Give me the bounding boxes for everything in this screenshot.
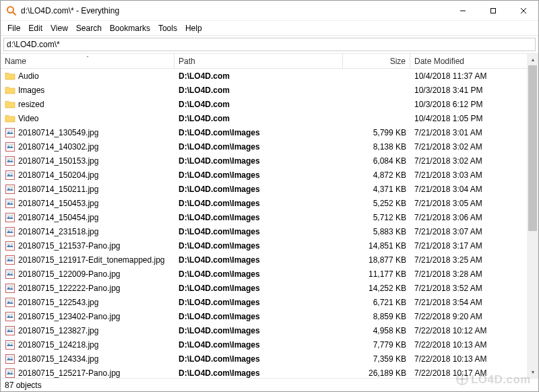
table-row[interactable]: 20180715_124218.jpgD:\LO4D.com\Images7,7… [1,337,527,352]
svg-point-41 [11,243,13,244]
file-name: 20180715_121917-Edit_tonemapped.jpg [18,255,165,265]
table-row[interactable]: 20180715_122009-Pano.jpgD:\LO4D.com\Imag… [1,267,527,281]
table-row[interactable]: 20180714_150453.jpgD:\LO4D.com\Images5,2… [1,196,527,210]
file-name: 20180714_150453.jpg [18,199,98,208]
svg-point-57 [11,300,13,301]
results-list: Name ˄ Path Size Date Modified AudioD:\L… [1,54,527,378]
menu-bookmarks[interactable]: Bookmarks [106,22,154,34]
table-row[interactable]: resizedD:\LO4D.com10/3/2018 6:12 PM [1,97,527,111]
table-row[interactable]: 20180715_125217-Pano.jpgD:\LO4D.com\Imag… [1,366,527,378]
list-body[interactable]: AudioD:\LO4D.com10/4/2018 11:37 AMImages… [1,69,527,378]
image-file-icon [5,226,15,237]
image-file-icon [5,339,15,350]
table-row[interactable]: AudioD:\LO4D.com10/4/2018 11:37 AM [1,69,527,83]
file-name: resized [18,100,44,109]
cell-name: 20180714_140302.jpg [1,141,175,152]
table-row[interactable]: 20180714_130549.jpgD:\LO4D.com\Images5,7… [1,125,527,139]
file-name: 20180715_122222-Pano.jpg [18,284,120,293]
table-row[interactable]: 20180714_150204.jpgD:\LO4D.com\Images4,8… [1,168,527,182]
cell-size: 8,138 KB [343,142,410,152]
image-file-icon [5,325,15,336]
titlebar[interactable]: d:\LO4D.com\* - Everything [1,1,538,21]
cell-size: 5,883 KB [343,227,410,236]
vertical-scrollbar[interactable]: ▴ ▾ [527,54,538,378]
table-row[interactable]: 20180714_231518.jpgD:\LO4D.com\Images5,8… [1,224,527,238]
column-header-name[interactable]: Name ˄ [1,54,175,68]
cell-path: D:\LO4D.com\Images [175,312,343,321]
cell-date: 7/22/2018 10:13 AM [410,340,511,350]
image-file-icon [5,184,15,195]
cell-path: D:\LO4D.com [175,86,343,95]
cell-date: 7/21/2018 3:06 AM [410,213,511,222]
status-bar: 87 objects [1,378,538,391]
column-header-path[interactable]: Path [175,54,343,68]
image-file-icon [5,269,15,280]
menu-view[interactable]: View [46,22,72,34]
image-file-icon [5,141,15,152]
table-row[interactable]: 20180715_121537-Pano.jpgD:\LO4D.com\Imag… [1,238,527,253]
table-row[interactable]: 20180715_121917-Edit_tonemapped.jpgD:\LO… [1,253,527,267]
svg-point-21 [11,172,13,174]
cell-size: 5,252 KB [343,199,410,208]
cell-name: 20180715_124218.jpg [1,339,175,350]
cell-size: 4,371 KB [343,185,410,194]
table-row[interactable]: VideoD:\LO4D.com10/4/2018 1:05 PM [1,111,527,125]
scrollbar-up-button[interactable]: ▴ [527,54,538,65]
file-name: 20180714_130549.jpg [18,128,98,137]
menu-search[interactable]: Search [72,22,106,34]
table-row[interactable]: 20180714_150211.jpgD:\LO4D.com\Images4,3… [1,182,527,196]
table-row[interactable]: 20180715_122543.jpgD:\LO4D.com\Images6,7… [1,295,527,309]
table-row[interactable]: 20180714_150153.jpgD:\LO4D.com\Images6,0… [1,154,527,168]
cell-size: 4,958 KB [343,326,410,335]
cell-path: D:\LO4D.com [175,100,343,109]
cell-size: 5,712 KB [343,213,410,222]
cell-date: 7/21/2018 3:52 AM [410,284,511,293]
menu-tools[interactable]: Tools [154,22,181,34]
table-row[interactable]: 20180714_150454.jpgD:\LO4D.com\Images5,7… [1,210,527,224]
table-row[interactable]: ImagesD:\LO4D.com10/3/2018 3:41 PM [1,83,527,97]
column-header-size[interactable]: Size [343,54,410,68]
svg-rect-3 [490,8,495,13]
folder-icon [5,85,15,96]
file-name: 20180715_122543.jpg [18,298,98,307]
search-input[interactable] [3,38,536,51]
file-name: 20180715_123827.jpg [18,326,98,335]
cell-date: 7/21/2018 3:05 AM [410,199,511,208]
cell-path: D:\LO4D.com\Images [175,185,343,194]
cell-path: D:\LO4D.com\Images [175,170,343,180]
cell-path: D:\LO4D.com\Images [175,284,343,293]
svg-point-73 [11,356,13,358]
svg-point-65 [11,328,13,329]
cell-date: 7/21/2018 3:28 AM [410,269,511,279]
column-headers: Name ˄ Path Size Date Modified [1,54,527,69]
table-row[interactable]: 20180715_122222-Pano.jpgD:\LO4D.com\Imag… [1,281,527,295]
file-name: 20180714_150454.jpg [18,213,98,222]
close-button[interactable] [508,1,538,20]
table-row[interactable]: 20180714_140302.jpgD:\LO4D.com\Images8,1… [1,139,527,154]
image-file-icon [5,127,15,138]
scrollbar-down-button[interactable]: ▾ [527,366,538,378]
table-row[interactable]: 20180715_123402-Pano.jpgD:\LO4D.com\Imag… [1,309,527,323]
cell-size: 26,189 KB [343,368,410,378]
svg-line-1 [13,12,15,15]
cell-size: 6,721 KB [343,298,410,307]
menu-file[interactable]: File [3,22,24,34]
folder-icon [5,71,15,81]
cell-date: 10/3/2018 6:12 PM [410,100,511,109]
cell-name: Images [1,85,175,96]
menu-edit[interactable]: Edit [24,22,46,34]
cell-name: Video [1,113,175,124]
maximize-button[interactable] [478,1,508,20]
status-text: 87 objects [5,381,42,390]
table-row[interactable]: 20180715_124334.jpgD:\LO4D.com\Images7,3… [1,352,527,366]
folder-icon [5,113,15,124]
svg-point-49 [11,271,13,273]
column-header-date[interactable]: Date Modified [410,54,511,68]
scrollbar-track[interactable] [527,65,538,366]
cell-date: 7/21/2018 3:54 AM [410,298,511,307]
table-row[interactable]: 20180715_123827.jpgD:\LO4D.com\Images4,9… [1,323,527,337]
minimize-button[interactable] [447,1,478,20]
menu-help[interactable]: Help [181,22,206,34]
scrollbar-thumb[interactable] [528,65,537,231]
cell-path: D:\LO4D.com\Images [175,227,343,236]
